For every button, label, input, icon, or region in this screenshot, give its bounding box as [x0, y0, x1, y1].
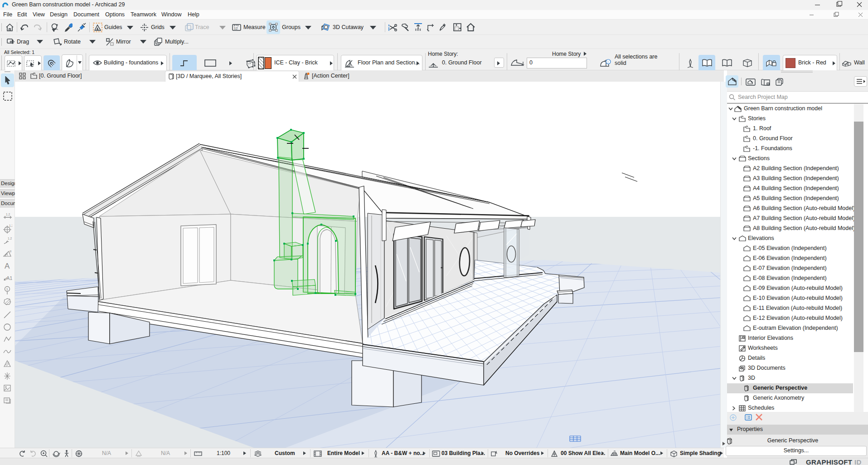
svg-text:12: 12: [234, 26, 238, 30]
svg-text:1.2: 1.2: [6, 213, 10, 216]
svg-text:A1: A1: [6, 275, 12, 281]
svg-text:α: α: [10, 250, 11, 253]
svg-text:1.2: 1.2: [9, 224, 12, 227]
svg-text:1: 1: [6, 287, 9, 291]
svg-text:1.2: 1.2: [8, 237, 12, 240]
svg-text:A: A: [5, 262, 10, 270]
